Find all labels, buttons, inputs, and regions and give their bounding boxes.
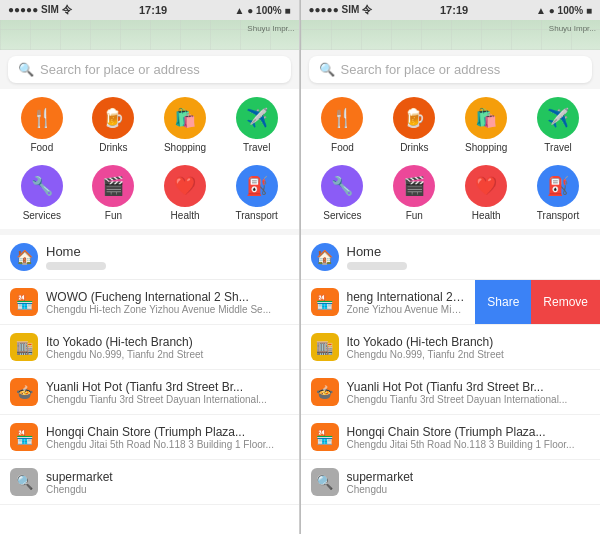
supermarket-address-left: Chengdu [46, 484, 289, 495]
category-fun-left[interactable]: 🎬 Fun [80, 161, 148, 225]
remove-button[interactable]: Remove [531, 280, 600, 324]
food-icon-left: 🍴 [21, 97, 63, 139]
place-ito-left[interactable]: 🏬 Ito Yokado (Hi-tech Branch) Chengdu No… [0, 325, 299, 370]
category-services-right[interactable]: 🔧 Services [309, 161, 377, 225]
wowo-icon-left: 🏪 [10, 288, 38, 316]
health-label-left: Health [171, 210, 200, 221]
status-right-icons-right: ▲ ● 100% ■ [536, 5, 592, 16]
yuanli-name-left: Yuanli Hot Pot (Tianfu 3rd Street Br... [46, 380, 289, 394]
home-address-right [347, 262, 407, 270]
place-hongqi-left[interactable]: 🏪 Hongqi Chain Store (Triumph Plaza... C… [0, 415, 299, 460]
fun-icon-right: 🎬 [393, 165, 435, 207]
wowo-name-left: WOWO (Fucheng International 2 Sh... [46, 290, 289, 304]
right-panel: ●●●●● SIM 令 17:19 ▲ ● 100% ■ Shuyu Impr.… [301, 0, 601, 534]
yuanli-icon-right: 🍲 [311, 378, 339, 406]
hongqi-icon-right: 🏪 [311, 423, 339, 451]
category-food-left[interactable]: 🍴 Food [8, 93, 76, 157]
category-transport-right[interactable]: ⛽ Transport [524, 161, 592, 225]
categories-left: 🍴 Food 🍺 Drinks 🛍️ Shopping ✈️ Travel 🔧 … [0, 89, 299, 229]
ito-icon-left: 🏬 [10, 333, 38, 361]
wowo-name-right: heng International 2 Sh... [347, 290, 466, 304]
home-label-left: Home [46, 244, 106, 259]
wowo-address-right: Zone Yizhou Avenue Middle Se... [347, 304, 466, 315]
yuanli-icon-left: 🍲 [10, 378, 38, 406]
transport-icon-left: ⛽ [236, 165, 278, 207]
map-watermark-right: Shuyu Impr... [549, 24, 596, 33]
place-supermarket-right[interactable]: 🔍 supermarket Chengdu [301, 460, 601, 505]
left-panel: ●●●●● SIM 令 17:19 ▲ ● 100% ■ Shuyu Impr.… [0, 0, 300, 534]
search-bar-right[interactable]: 🔍 Search for place or address [309, 56, 593, 83]
locations-list-left: 🏠 Home 🏪 WOWO (Fucheng International 2 S… [0, 235, 299, 534]
shopping-icon-left: 🛍️ [164, 97, 206, 139]
map-area-right: Shuyu Impr... [301, 20, 601, 50]
shopping-icon-right: 🛍️ [465, 97, 507, 139]
locations-list-right: 🏠 Home 🏪 heng International 2 Sh... Zone… [301, 235, 601, 534]
yuanli-address-right: Chengdu Tianfu 3rd Street Dayuan Interna… [347, 394, 591, 405]
category-drinks-right[interactable]: 🍺 Drinks [380, 93, 448, 157]
supermarket-icon-right: 🔍 [311, 468, 339, 496]
category-travel-right[interactable]: ✈️ Travel [524, 93, 592, 157]
place-supermarket-left[interactable]: 🔍 supermarket Chengdu [0, 460, 299, 505]
health-label-right: Health [472, 210, 501, 221]
shopping-label-right: Shopping [465, 142, 507, 153]
place-ito-right[interactable]: 🏬 Ito Yokado (Hi-tech Branch) Chengdu No… [301, 325, 601, 370]
services-label-left: Services [23, 210, 61, 221]
drinks-label-left: Drinks [99, 142, 127, 153]
place-hongqi-right[interactable]: 🏪 Hongqi Chain Store (Triumph Plaza... C… [301, 415, 601, 460]
transport-label-left: Transport [235, 210, 277, 221]
food-label-left: Food [30, 142, 53, 153]
place-yuanli-right[interactable]: 🍲 Yuanli Hot Pot (Tianfu 3rd Street Br..… [301, 370, 601, 415]
search-placeholder-left: Search for place or address [40, 62, 200, 77]
share-button[interactable]: Share [475, 280, 531, 324]
wowo-address-left: Chengdu Hi-tech Zone Yizhou Avenue Middl… [46, 304, 289, 315]
category-travel-left[interactable]: ✈️ Travel [223, 93, 291, 157]
place-yuanli-left[interactable]: 🍲 Yuanli Hot Pot (Tianfu 3rd Street Br..… [0, 370, 299, 415]
ito-address-right: Chengdu No.999, Tianfu 2nd Street [347, 349, 591, 360]
wowo-icon-right: 🏪 [311, 288, 339, 316]
travel-icon-right: ✈️ [537, 97, 579, 139]
services-icon-right: 🔧 [321, 165, 363, 207]
home-address-left [46, 262, 106, 270]
category-shopping-right[interactable]: 🛍️ Shopping [452, 93, 520, 157]
search-icon-right: 🔍 [319, 62, 335, 77]
hongqi-address-left: Chengdu Jitai 5th Road No.118 3 Building… [46, 439, 289, 450]
yuanli-name-right: Yuanli Hot Pot (Tianfu 3rd Street Br... [347, 380, 591, 394]
transport-label-right: Transport [537, 210, 579, 221]
map-area-left: Shuyu Impr... [0, 20, 299, 50]
shopping-label-left: Shopping [164, 142, 206, 153]
home-icon-right: 🏠 [311, 243, 339, 271]
status-bar-right: ●●●●● SIM 令 17:19 ▲ ● 100% ■ [301, 0, 601, 20]
category-health-left[interactable]: ❤️ Health [151, 161, 219, 225]
category-transport-left[interactable]: ⛽ Transport [223, 161, 291, 225]
food-icon-right: 🍴 [321, 97, 363, 139]
category-food-right[interactable]: 🍴 Food [309, 93, 377, 157]
status-left-icons-right: ●●●●● SIM 令 [309, 3, 373, 17]
search-bar-left[interactable]: 🔍 Search for place or address [8, 56, 291, 83]
fun-icon-left: 🎬 [92, 165, 134, 207]
place-wowo-left[interactable]: 🏪 WOWO (Fucheng International 2 Sh... Ch… [0, 280, 299, 325]
hongqi-name-left: Hongqi Chain Store (Triumph Plaza... [46, 425, 289, 439]
category-fun-right[interactable]: 🎬 Fun [380, 161, 448, 225]
category-shopping-left[interactable]: 🛍️ Shopping [151, 93, 219, 157]
drinks-icon-right: 🍺 [393, 97, 435, 139]
status-left-icons: ●●●●● SIM 令 [8, 3, 72, 17]
travel-icon-left: ✈️ [236, 97, 278, 139]
hongqi-address-right: Chengdu Jitai 5th Road No.118 3 Building… [347, 439, 591, 450]
ito-address-left: Chengdu No.999, Tianfu 2nd Street [46, 349, 289, 360]
home-item-left[interactable]: 🏠 Home [0, 235, 299, 280]
drinks-icon-left: 🍺 [92, 97, 134, 139]
swipe-actions: Share Remove [475, 280, 600, 324]
place-wowo-right-swiped[interactable]: 🏪 heng International 2 Sh... Zone Yizhou… [301, 280, 601, 325]
travel-label-right: Travel [544, 142, 571, 153]
ito-icon-right: 🏬 [311, 333, 339, 361]
hongqi-icon-left: 🏪 [10, 423, 38, 451]
category-drinks-left[interactable]: 🍺 Drinks [80, 93, 148, 157]
home-item-right[interactable]: 🏠 Home [301, 235, 601, 280]
search-icon-left: 🔍 [18, 62, 34, 77]
ito-name-left: Ito Yokado (Hi-tech Branch) [46, 335, 289, 349]
health-icon-right: ❤️ [465, 165, 507, 207]
services-label-right: Services [323, 210, 361, 221]
category-services-left[interactable]: 🔧 Services [8, 161, 76, 225]
transport-icon-right: ⛽ [537, 165, 579, 207]
category-health-right[interactable]: ❤️ Health [452, 161, 520, 225]
